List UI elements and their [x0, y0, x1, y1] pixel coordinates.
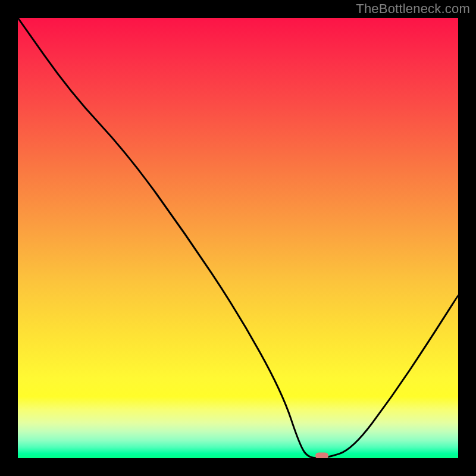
bottleneck-curve	[18, 18, 458, 458]
watermark-text: TheBottleneck.com	[356, 1, 470, 17]
optimum-marker	[315, 453, 328, 458]
plot-area	[18, 18, 458, 458]
chart-container: TheBottleneck.com	[0, 0, 476, 476]
curve-layer	[18, 18, 458, 458]
